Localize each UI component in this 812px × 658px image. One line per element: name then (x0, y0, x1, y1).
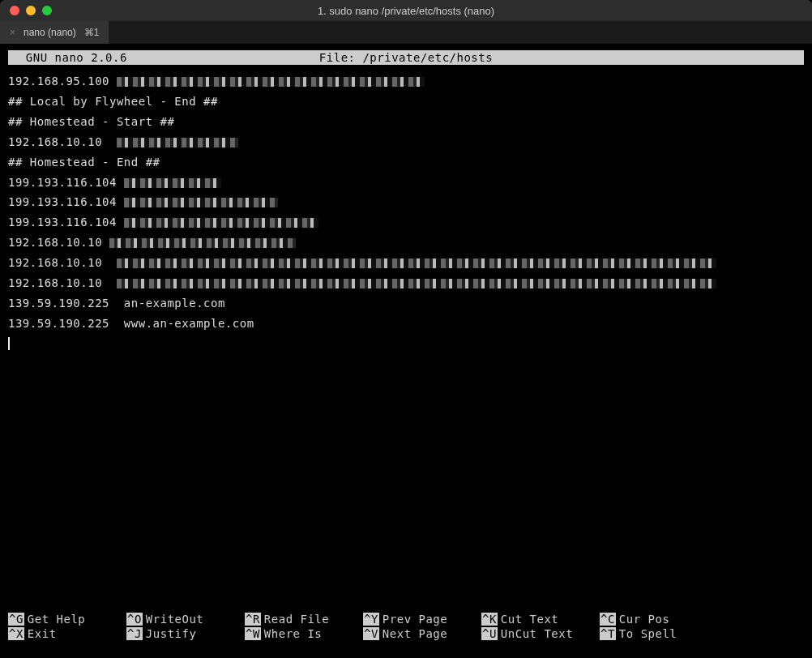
menu-key: ^X (8, 627, 24, 640)
content-line: 192.168.10.10 (8, 253, 812, 273)
menu-item[interactable]: ^TTo Spell (600, 627, 718, 640)
menu-label: Cut Text (501, 613, 558, 626)
redacted-text (117, 258, 716, 268)
line-text: 192.168.10.10 (8, 256, 117, 269)
content-line: ## Local by Flywheel - End ## (8, 92, 812, 112)
content-line: 199.193.116.104 (8, 173, 812, 193)
line-text: 192.168.10.10 (8, 236, 109, 249)
redacted-text (117, 138, 238, 147)
redacted-text (124, 198, 278, 207)
menu-item[interactable]: ^GGet Help (8, 613, 126, 626)
menu-label: Exit (28, 627, 57, 640)
minimize-icon[interactable] (26, 6, 36, 15)
line-text: 192.168.95.100 (8, 75, 117, 88)
menu-item[interactable]: ^XExit (8, 627, 126, 640)
tab-nano[interactable]: × nano (nano) ⌘1 (0, 21, 109, 44)
menu-label: To Spell (619, 627, 677, 640)
line-text: 192.168.10.10 (8, 135, 117, 148)
menu-key: ^Y (363, 613, 379, 626)
cursor-icon (8, 337, 10, 350)
line-text: 199.193.116.104 (8, 216, 124, 229)
line-text: 199.193.116.104 (8, 176, 124, 189)
menu-item[interactable]: ^YPrev Page (363, 613, 481, 626)
menu-key: ^T (600, 627, 616, 640)
menu-label: Justify (146, 627, 197, 640)
line-text: 139.59.190.225 an-example.com (8, 297, 225, 310)
menu-key: ^C (600, 613, 616, 626)
nano-menu: ^GGet Help^OWriteOut^RRead File^YPrev Pa… (0, 609, 812, 652)
redacted-text (117, 279, 716, 288)
menu-key: ^O (126, 613, 143, 626)
menu-label: Get Help (28, 613, 85, 626)
menu-label: Cur Pos (619, 613, 670, 626)
traffic-lights (0, 6, 52, 15)
menu-key: ^K (481, 613, 498, 626)
content-line: 192.168.10.10 (8, 273, 812, 293)
close-icon[interactable]: × (10, 27, 15, 38)
menu-label: Prev Page (382, 613, 447, 626)
tab-shortcut: ⌘1 (84, 27, 100, 38)
file-content[interactable]: 192.168.95.100 ## Local by Flywheel - En… (0, 71, 812, 609)
redacted-text (109, 238, 296, 248)
redacted-text (117, 77, 425, 87)
content-line: 192.168.10.10 (8, 233, 812, 253)
window-title: 1. sudo nano /private/etc/hosts (nano) (0, 5, 812, 17)
menu-label: WriteOut (146, 613, 203, 626)
menu-key: ^J (126, 627, 143, 640)
menu-key: ^U (481, 627, 498, 640)
line-text: 199.193.116.104 (8, 195, 124, 208)
content-line: 192.168.95.100 (8, 71, 812, 92)
menu-item[interactable]: ^OWriteOut (126, 613, 245, 626)
nano-app-name: GNU nano 2.0.6 (11, 51, 127, 64)
terminal-window: 1. sudo nano /private/etc/hosts (nano) ×… (0, 0, 812, 658)
redacted-text (124, 178, 221, 188)
maximize-icon[interactable] (42, 6, 52, 15)
window-titlebar: 1. sudo nano /private/etc/hosts (nano) (0, 0, 812, 21)
menu-item[interactable]: ^CCur Pos (600, 613, 718, 626)
tab-bar: × nano (nano) ⌘1 (0, 21, 812, 44)
menu-item[interactable]: ^KCut Text (481, 613, 600, 626)
content-line (8, 334, 812, 354)
nano-file-label: File: /private/etc/hosts (319, 51, 493, 64)
content-line: 199.193.116.104 (8, 192, 812, 212)
menu-item[interactable]: ^UUnCut Text (481, 627, 600, 640)
menu-row: ^XExit^JJustify^WWhere Is^VNext Page^UUn… (8, 627, 804, 640)
menu-item[interactable]: ^JJustify (126, 627, 245, 640)
content-line: 199.193.116.104 (8, 212, 812, 233)
menu-label: Next Page (382, 627, 447, 640)
nano-header: GNU nano 2.0.6 File: /private/etc/hosts … (8, 50, 804, 65)
content-line: 192.168.10.10 (8, 132, 812, 152)
nano-editor[interactable]: GNU nano 2.0.6 File: /private/etc/hosts … (0, 44, 812, 658)
content-line: ## Homestead - Start ## (8, 112, 812, 132)
menu-label: UnCut Text (501, 627, 573, 640)
content-line: ## Homestead - End ## (8, 152, 812, 173)
line-text: 192.168.10.10 (8, 276, 117, 289)
line-text: 139.59.190.225 www.an-example.com (8, 317, 254, 330)
tab-label: nano (nano) (24, 27, 76, 38)
menu-key: ^W (245, 627, 261, 640)
menu-item[interactable]: ^RRead File (245, 613, 363, 626)
line-text: ## Local by Flywheel - End ## (8, 95, 218, 108)
menu-key: ^V (363, 627, 379, 640)
menu-label: Where Is (264, 627, 322, 640)
menu-key: ^G (8, 613, 24, 626)
menu-item[interactable]: ^VNext Page (363, 627, 481, 640)
content-line: 139.59.190.225 an-example.com (8, 293, 812, 314)
menu-key: ^R (245, 613, 261, 626)
line-text: ## Homestead - Start ## (8, 115, 174, 128)
menu-row: ^GGet Help^OWriteOut^RRead File^YPrev Pa… (8, 613, 804, 626)
line-text: ## Homestead - End ## (8, 156, 160, 169)
menu-label: Read File (264, 613, 329, 626)
content-line: 139.59.190.225 www.an-example.com (8, 314, 812, 334)
menu-item[interactable]: ^WWhere Is (245, 627, 363, 640)
redacted-text (124, 218, 318, 228)
close-icon[interactable] (10, 6, 19, 15)
